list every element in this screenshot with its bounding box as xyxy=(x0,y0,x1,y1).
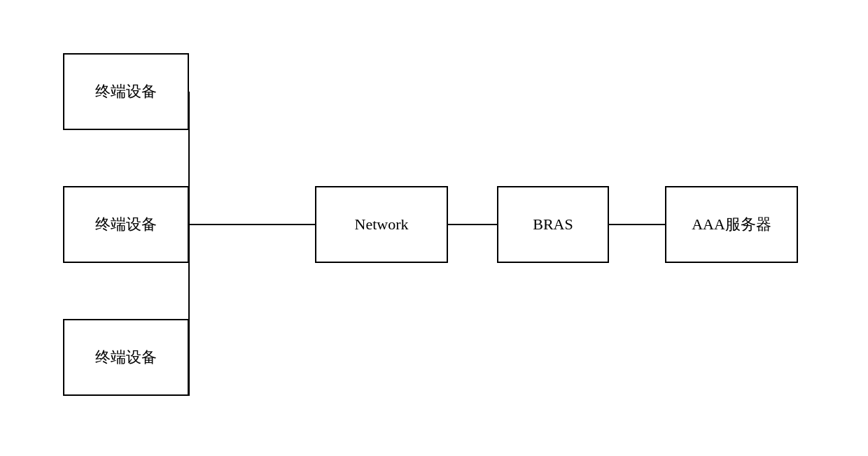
network-box: Network xyxy=(315,186,448,263)
bras-box: BRAS xyxy=(497,186,609,263)
aaa-server-box: AAA服务器 xyxy=(665,186,798,263)
terminal-device-mid: 终端设备 xyxy=(63,186,189,263)
diagram-container: 终端设备 终端设备 终端设备 Network BRAS AAA服务器 xyxy=(49,32,819,424)
terminal-device-bot: 终端设备 xyxy=(63,319,189,396)
terminal-device-top: 终端设备 xyxy=(63,53,189,130)
